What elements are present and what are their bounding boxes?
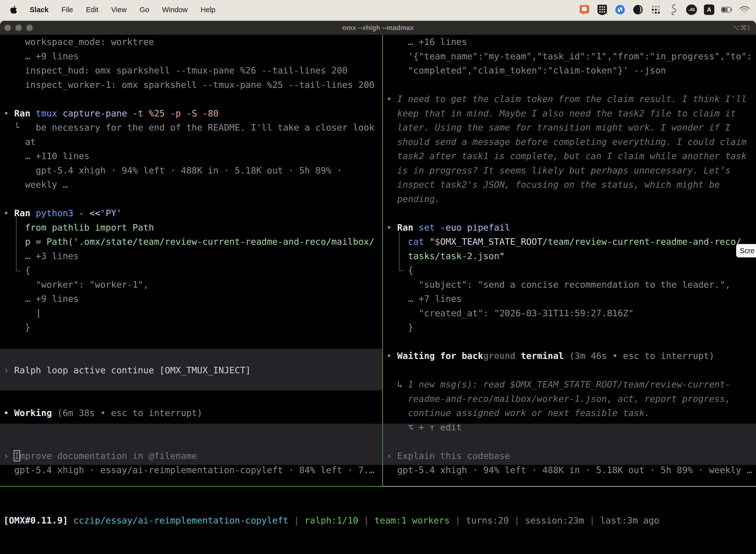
dots-grid-icon[interactable]	[650, 4, 661, 15]
terminal-line: cat "$OMX_TEAM_STATE_ROOT/team/review-cu…	[386, 234, 756, 249]
window-titlebar[interactable]: omx --xhigh --madmax ⌥⌘1	[0, 21, 756, 35]
terminal-line: … +3 lines	[3, 249, 382, 263]
terminal-line: tasks/task-2.json"	[386, 249, 756, 263]
terminal-line: }	[386, 320, 756, 335]
terminal-line: • I need to get the claim token from the…	[386, 92, 756, 106]
terminal-line: inspect_hud: omx sparkshell --tmux-pane …	[3, 63, 382, 78]
terminal-line: task2 after task1 is complete, but can I…	[386, 149, 756, 163]
terminal-line: p = Path('.omx/state/team/review-current…	[3, 234, 382, 249]
terminal-line	[3, 434, 382, 449]
terminal-line	[3, 377, 382, 392]
terminal-line: "completed","claim_token":"claim-token"}…	[386, 63, 756, 78]
terminal-line	[386, 78, 756, 92]
terminal-line: • Waiting for background terminal (3m 46…	[386, 349, 756, 363]
terminal-line: › Improve documentation in @filename	[3, 449, 382, 463]
terminal-line	[386, 434, 756, 449]
terminal-line	[3, 420, 382, 435]
terminal-line: "worker": "worker-1",	[3, 277, 382, 292]
terminal-line: readme-and-reco/mailbox/worker-1.json, a…	[386, 392, 756, 406]
keyboard-a-icon[interactable]: A	[704, 4, 714, 15]
terminal-line: {	[386, 263, 756, 277]
tmux-pane-left[interactable]: workspace_mode: worktree … +9 lines insp…	[0, 35, 382, 487]
terminal-line: └ be necessary for the end of the README…	[3, 120, 382, 135]
terminal-line	[3, 349, 382, 363]
terminal-line: from pathlib import Path	[3, 220, 382, 235]
window-shortcut-hint: ⌥⌘1	[733, 21, 751, 35]
chat-app-icon[interactable]	[579, 4, 590, 15]
terminal-line	[3, 92, 382, 106]
terminal-line: … +9 lines	[3, 49, 382, 63]
window-title: omx --xhigh --madmax	[0, 21, 756, 35]
right-pane-lines: … +16 lines '{"team_name":"my-team","tas…	[383, 35, 756, 477]
menu-item-go[interactable]: Go	[133, 6, 156, 14]
terminal-line: ]	[3, 306, 382, 321]
right-pane-bottom-border	[383, 486, 756, 487]
terminal-line	[3, 335, 382, 349]
apple-icon[interactable]	[10, 5, 17, 14]
terminal-line: • Ran tmux capture-pane -t %25 -p -S -80	[3, 106, 382, 121]
terminal-line: should send a message before completing …	[386, 135, 756, 149]
terminal-content: workspace_mode: worktree … +9 lines insp…	[0, 35, 756, 554]
screen-overlay-tooltip: Scre	[736, 244, 756, 258]
terminal-line: weekly …	[3, 177, 382, 192]
battery-charging-icon[interactable]	[721, 4, 732, 15]
terminal-line: pending.	[386, 192, 756, 206]
menu-bar: SlackFileEditViewGoWindowHelp ..61 A	[0, 0, 756, 19]
terminal-line: workspace_mode: worktree	[3, 35, 382, 49]
menu-item-edit[interactable]: Edit	[80, 6, 105, 14]
omx-status-line: [OMX#0.11.9] cczip/essay/ai-reimplementa…	[3, 513, 659, 528]
terminal-line	[3, 192, 382, 206]
left-pane-bottom-border	[0, 486, 382, 487]
terminal-line: ↳ 1 new msg(s): read $OMX_TEAM_STATE_ROO…	[386, 377, 756, 392]
terminal-line: … +110 lines	[3, 149, 382, 163]
badge-61-icon[interactable]: ..61	[686, 4, 697, 15]
terminal-line: • Ran python3 - <<'PY'	[3, 206, 382, 220]
terminal-line: • Working (6m 38s • esc to interrupt)	[3, 406, 382, 420]
terminal-line: … +9 lines	[3, 292, 382, 306]
menu-bar-left: SlackFileEditViewGoWindowHelp	[0, 5, 222, 14]
terminal-line	[3, 392, 382, 406]
terminal-line: • Ran set -euo pipefail	[386, 220, 756, 235]
terminal-line: continue assigned work or next feasible …	[386, 406, 756, 420]
terminal-line: inspect_worker-1: omx sparkshell --tmux-…	[3, 78, 382, 92]
terminal-line: at	[3, 135, 382, 149]
terminal-line: "created_at": "2026-03-31T11:59:27.816Z"	[386, 306, 756, 321]
terminal-line: gpt-5.4 xhigh · essay/ai-reimplementatio…	[3, 463, 382, 477]
terminal-line: … +16 lines	[386, 35, 756, 49]
terminal-window: omx --xhigh --madmax ⌥⌘1 workspace_mode:…	[0, 21, 756, 554]
menu-bar-status-icons: ..61 A	[579, 4, 756, 15]
terminal-line: later. Using the same for transition mig…	[386, 120, 756, 135]
terminal-line: is in progress? It seems likely but perh…	[386, 163, 756, 178]
wifi-icon[interactable]	[739, 4, 750, 15]
terminal-line	[386, 335, 756, 349]
terminal-line: {	[3, 263, 382, 277]
terminal-line: › Ralph loop active continue [OMX_TMUX_I…	[3, 363, 382, 378]
terminal-line: gpt-5.4 xhigh · 94% left · 488K in · 5.1…	[3, 163, 382, 178]
terminal-line: gpt-5.4 xhigh · 94% left · 488K in · 5.1…	[386, 463, 756, 477]
terminal-line: "subject": "send a concise recommendatio…	[386, 277, 756, 292]
menu-item-slack[interactable]: Slack	[23, 6, 55, 14]
terminal-line: ⌥ + ↑ edit	[386, 420, 756, 435]
terminal-line: '{"team_name":"my-team","task_id":"1","f…	[386, 49, 756, 63]
menu-item-help[interactable]: Help	[194, 6, 222, 14]
dark-pie-icon[interactable]	[632, 4, 643, 15]
menu-items: SlackFileEditViewGoWindowHelp	[23, 6, 222, 14]
terminal-line: }	[3, 320, 382, 335]
menu-item-view[interactable]: View	[105, 6, 133, 14]
terminal-line: inspect task2's JSON, focusing on the st…	[386, 177, 756, 192]
terminal-line	[386, 363, 756, 378]
menu-item-file[interactable]: File	[55, 6, 80, 14]
left-pane-lines: workspace_mode: worktree … +9 lines insp…	[0, 35, 382, 477]
terminal-line: … +7 lines	[386, 292, 756, 306]
menu-item-window[interactable]: Window	[156, 6, 194, 14]
tmux-pane-right[interactable]: … +16 lines '{"team_name":"my-team","tas…	[383, 35, 756, 487]
squiggle-icon[interactable]	[668, 4, 679, 15]
terminal-line: › Explain this codebase	[386, 449, 756, 463]
verified-lightning-icon[interactable]	[615, 4, 626, 15]
grid-shield-icon[interactable]	[597, 4, 608, 15]
terminal-line: keep that in mind. Maybe I also need the…	[386, 106, 756, 121]
terminal-line	[386, 206, 756, 220]
